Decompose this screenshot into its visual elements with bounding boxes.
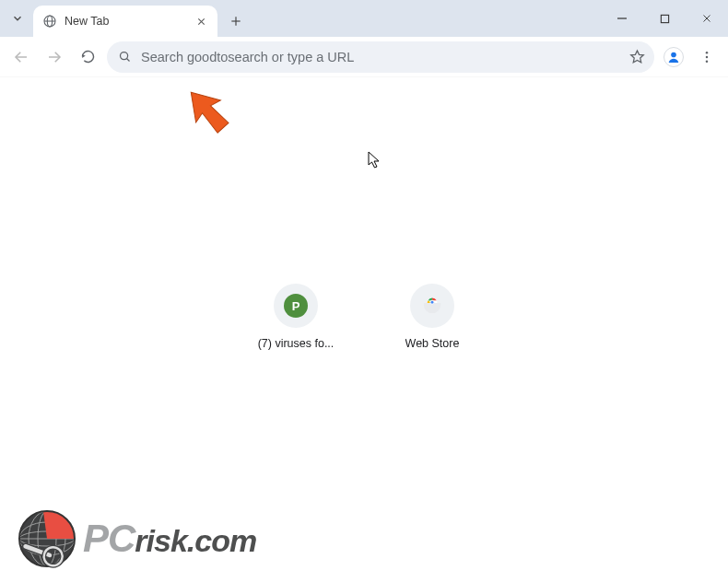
chevron-down-icon	[7, 8, 28, 29]
shortcut-circle	[410, 284, 454, 328]
svg-point-17	[706, 52, 709, 54]
address-input[interactable]	[141, 50, 620, 64]
watermark-text: PCrisk.com	[83, 517, 256, 561]
shortcut-label: Web Store	[405, 337, 460, 350]
close-tab-button[interactable]	[194, 14, 208, 29]
shortcut-badge-letter: P	[292, 299, 300, 313]
annotation-arrow-icon	[179, 84, 238, 143]
watermark-sub: risk.com	[135, 523, 256, 559]
new-tab-page: P (7) viruses fo...	[0, 77, 728, 582]
reload-button[interactable]	[74, 43, 101, 71]
shortcut-circle: P	[274, 284, 318, 328]
browser-tab[interactable]: New Tab	[33, 6, 217, 37]
svg-line-14	[127, 59, 130, 62]
svg-point-18	[706, 55, 709, 58]
watermark: PCrisk.com	[17, 508, 256, 569]
new-tab-button[interactable]	[223, 8, 249, 34]
avatar-icon	[663, 47, 684, 67]
chrome-store-icon	[422, 294, 442, 318]
mouse-cursor-icon	[368, 151, 382, 173]
globe-icon	[42, 14, 57, 29]
shortcut-label: (7) viruses fo...	[258, 337, 335, 350]
tab-search-button[interactable]	[6, 0, 33, 37]
toolbar	[0, 37, 728, 77]
titlebar: New Tab	[0, 0, 728, 37]
shortcut-grid: P (7) viruses fo...	[252, 284, 476, 350]
minimize-button[interactable]	[601, 0, 643, 37]
search-icon	[118, 50, 132, 64]
tab-title: New Tab	[65, 15, 186, 28]
svg-point-16	[671, 52, 676, 57]
svg-marker-21	[369, 152, 379, 168]
profile-button[interactable]	[660, 43, 687, 71]
shortcut-tile[interactable]: P (7) viruses fo...	[252, 284, 340, 350]
window-controls	[601, 0, 728, 37]
svg-rect-8	[661, 15, 668, 22]
watermark-main: PC	[83, 517, 135, 561]
kebab-menu-button[interactable]	[693, 43, 721, 71]
back-button[interactable]	[7, 43, 35, 71]
bookmark-star-icon[interactable]	[629, 49, 645, 64]
svg-marker-15	[631, 51, 644, 63]
omnibox[interactable]	[107, 41, 654, 73]
watermark-globe-icon	[17, 508, 77, 569]
forward-button[interactable]	[41, 43, 68, 71]
close-window-button[interactable]	[686, 0, 728, 37]
shortcut-badge-icon: P	[284, 294, 308, 318]
svg-point-13	[121, 52, 128, 60]
maximize-button[interactable]	[643, 0, 686, 37]
shortcut-tile[interactable]: Web Store	[388, 284, 476, 350]
svg-marker-20	[179, 84, 235, 139]
svg-point-19	[706, 60, 709, 63]
